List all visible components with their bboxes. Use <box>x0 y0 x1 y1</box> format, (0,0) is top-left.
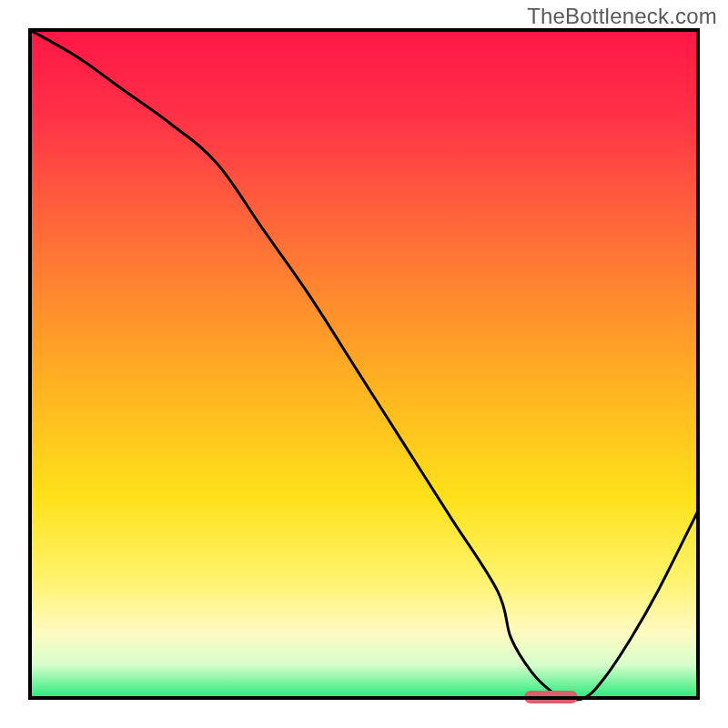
chart-container: TheBottleneck.com <box>0 0 728 728</box>
bottleneck-chart <box>0 0 728 728</box>
watermark-text: TheBottleneck.com <box>527 4 717 29</box>
plot-background <box>30 30 698 698</box>
